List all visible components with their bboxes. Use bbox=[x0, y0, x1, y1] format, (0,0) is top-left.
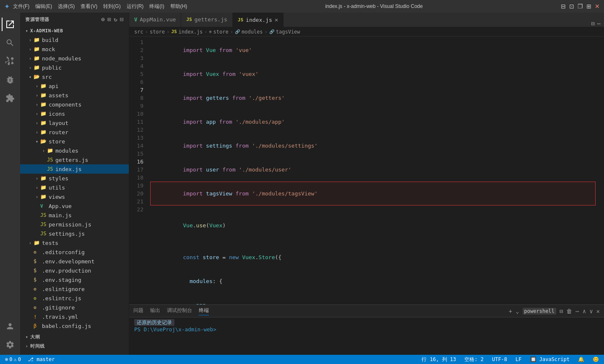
tree-item-styles[interactable]: › 📁 styles bbox=[20, 174, 129, 183]
breadcrumb-src[interactable]: src bbox=[134, 29, 143, 35]
refresh-icon[interactable]: ↻ bbox=[114, 16, 117, 23]
tree-root[interactable]: ▾ X-ADMIN-WEB bbox=[20, 26, 129, 35]
menu-file[interactable]: 文件(F) bbox=[13, 3, 29, 10]
file-tree: ▾ X-ADMIN-WEB › 📁 build › 📁 mock › 📁 nod… bbox=[20, 26, 129, 355]
breadcrumb-store[interactable]: store bbox=[150, 29, 165, 35]
tree-item-travis[interactable]: › ! .travis.yml bbox=[20, 312, 129, 321]
activity-extensions[interactable] bbox=[2, 90, 18, 107]
breadcrumb-tagsview[interactable]: tagsView bbox=[276, 29, 300, 35]
tree-item-icons[interactable]: › 📁 icons bbox=[20, 109, 129, 118]
item-label: components bbox=[49, 101, 129, 108]
tree-item-gitignore[interactable]: › ⚙ .gitignore bbox=[20, 303, 129, 312]
activity-explorer[interactable] bbox=[2, 16, 18, 33]
more-terminal-icon[interactable]: ⋯ bbox=[575, 308, 579, 315]
status-branch[interactable]: ⎇ master bbox=[26, 356, 57, 362]
tree-item-api[interactable]: › 📁 api bbox=[20, 81, 129, 91]
terminal-up-icon[interactable]: ∧ bbox=[583, 308, 586, 315]
tree-timeline-header[interactable]: › 时间线 bbox=[20, 341, 129, 351]
tree-item-editorconfig[interactable]: › ⚙ .editorconfig bbox=[20, 247, 129, 257]
tab-getters[interactable]: JS getters.js bbox=[181, 13, 233, 27]
split-editor-icon[interactable]: ⊟ bbox=[591, 20, 594, 27]
breadcrumb-file[interactable]: index.js bbox=[179, 29, 203, 35]
status-language[interactable]: 🔲 JavaScript bbox=[528, 356, 571, 362]
tree-item-store[interactable]: ▾ 📂 store bbox=[20, 137, 129, 146]
window-split-icon[interactable]: ⊟ bbox=[561, 3, 566, 10]
new-terminal-icon[interactable]: + bbox=[509, 308, 512, 315]
tree-item-public[interactable]: › 📁 public bbox=[20, 63, 129, 72]
trash-icon[interactable]: 🗑 bbox=[566, 308, 572, 315]
activity-settings[interactable] bbox=[2, 336, 18, 353]
tab-terminal[interactable]: 终端 bbox=[199, 307, 209, 315]
menu-select[interactable]: 选择(S) bbox=[58, 3, 75, 10]
tree-item-env-prod[interactable]: › $ .env.production bbox=[20, 266, 129, 275]
menu-terminal[interactable]: 终端(I) bbox=[149, 3, 164, 10]
tree-item-utils[interactable]: › 📁 utils bbox=[20, 183, 129, 192]
window-close-icon[interactable]: ✕ bbox=[595, 3, 600, 10]
tree-item-index[interactable]: › JS index.js bbox=[20, 164, 129, 174]
activity-debug[interactable] bbox=[2, 71, 18, 88]
new-folder-icon[interactable]: ⊞ bbox=[107, 16, 111, 23]
menu-run[interactable]: 运行(R) bbox=[127, 3, 144, 10]
breadcrumb-modules[interactable]: modules bbox=[242, 29, 263, 35]
tree-item-appvue[interactable]: › V App.vue bbox=[20, 201, 129, 211]
tree-item-node-modules[interactable]: › 📁 node_modules bbox=[20, 54, 129, 63]
more-actions-icon[interactable]: ⋯ bbox=[597, 20, 601, 27]
tree-item-env-dev[interactable]: › $ .env.development bbox=[20, 257, 129, 266]
menu-goto[interactable]: 转到(G) bbox=[103, 3, 120, 10]
split-terminal-icon[interactable]: ⊟ bbox=[560, 308, 563, 315]
status-feedback[interactable]: 😊 bbox=[591, 356, 601, 362]
tree-item-permissionjs[interactable]: › JS permission.js bbox=[20, 220, 129, 229]
tree-item-eslintrc[interactable]: › ⚙ .eslintrc.js bbox=[20, 294, 129, 303]
breadcrumb-store2[interactable]: store bbox=[213, 29, 229, 35]
tree-item-layout[interactable]: › 📁 layout bbox=[20, 118, 129, 127]
menu-help[interactable]: 帮助(H) bbox=[170, 3, 187, 10]
timeline-label: 时间线 bbox=[30, 343, 45, 349]
window-minimize-icon[interactable]: ⊡ bbox=[569, 3, 574, 10]
menu-edit[interactable]: 编辑(E) bbox=[35, 3, 52, 10]
status-notifications[interactable]: 🔔 bbox=[576, 356, 586, 362]
env-file-icon: $ bbox=[34, 258, 40, 264]
window-maximize-icon[interactable]: ❐ bbox=[578, 3, 583, 10]
tree-item-src[interactable]: ▾ 📂 src bbox=[20, 72, 129, 81]
tree-item-eslintignore[interactable]: › ⚙ .eslintignore bbox=[20, 284, 129, 294]
tree-item-env-stag[interactable]: › $ .env.staging bbox=[20, 275, 129, 284]
close-terminal-icon[interactable]: ✕ bbox=[596, 308, 600, 315]
tree-item-assets[interactable]: › 📁 assets bbox=[20, 91, 129, 100]
collapse-icon[interactable]: ⊟ bbox=[120, 16, 124, 23]
tree-item-modules[interactable]: › 📁 modules bbox=[20, 146, 129, 155]
status-position[interactable]: 行 16, 列 13 bbox=[420, 356, 458, 363]
status-spaces[interactable]: 空格: 2 bbox=[463, 356, 485, 363]
tree-item-getters[interactable]: › JS getters.js bbox=[20, 155, 129, 164]
tree-item-tests[interactable]: › 📁 tests bbox=[20, 238, 129, 247]
terminal-content[interactable]: 还原的历史记录 PS D:\VueProj\x-admin-web> bbox=[129, 317, 604, 355]
activity-account[interactable] bbox=[2, 318, 18, 335]
tab-debug-console[interactable]: 调试控制台 bbox=[167, 307, 192, 315]
activity-search[interactable] bbox=[2, 34, 18, 51]
tree-item-mainjs[interactable]: › JS main.js bbox=[20, 211, 129, 220]
tree-item-views[interactable]: › 📁 views bbox=[20, 192, 129, 201]
tree-item-components[interactable]: › 📁 components bbox=[20, 100, 129, 109]
tab-index[interactable]: JS index.js ✕ bbox=[233, 13, 284, 27]
window-layout-icon[interactable]: ⊞ bbox=[586, 3, 591, 10]
status-line-ending[interactable]: LF bbox=[514, 356, 523, 362]
tree-item-babel[interactable]: › β babel.config.js bbox=[20, 321, 129, 330]
status-errors[interactable]: ⊗ 0 ⚠ 0 bbox=[3, 356, 23, 362]
tree-item-router[interactable]: › 📁 router bbox=[20, 127, 129, 137]
terminal-down-icon[interactable]: ∨ bbox=[589, 308, 593, 315]
code-editor[interactable]: 123456 7 89101112131415 16 171819202122 … bbox=[129, 36, 604, 304]
tree-item-mock[interactable]: › 📁 mock bbox=[20, 44, 129, 54]
tab-output[interactable]: 输出 bbox=[150, 307, 160, 315]
terminal-chevron-icon[interactable]: ⌄ bbox=[515, 308, 519, 315]
tab-close-button[interactable]: ✕ bbox=[275, 16, 278, 23]
tree-outline-header[interactable]: ▾ 大纲 bbox=[20, 332, 129, 341]
tree-item-settingsjs[interactable]: › JS settings.js bbox=[20, 229, 129, 238]
activity-source-control[interactable] bbox=[2, 53, 18, 70]
new-file-icon[interactable]: ⊕ bbox=[101, 16, 105, 23]
tab-appmain[interactable]: V AppMain.vue bbox=[129, 13, 181, 27]
menu-view[interactable]: 查看(V) bbox=[81, 3, 97, 10]
folder-icon: 📁 bbox=[40, 92, 47, 98]
status-encoding[interactable]: UTF-8 bbox=[490, 356, 509, 362]
vscode-logo: ✦ bbox=[4, 3, 10, 10]
tree-item-build[interactable]: › 📁 build bbox=[20, 35, 129, 44]
tab-problems[interactable]: 问题 bbox=[133, 307, 143, 315]
